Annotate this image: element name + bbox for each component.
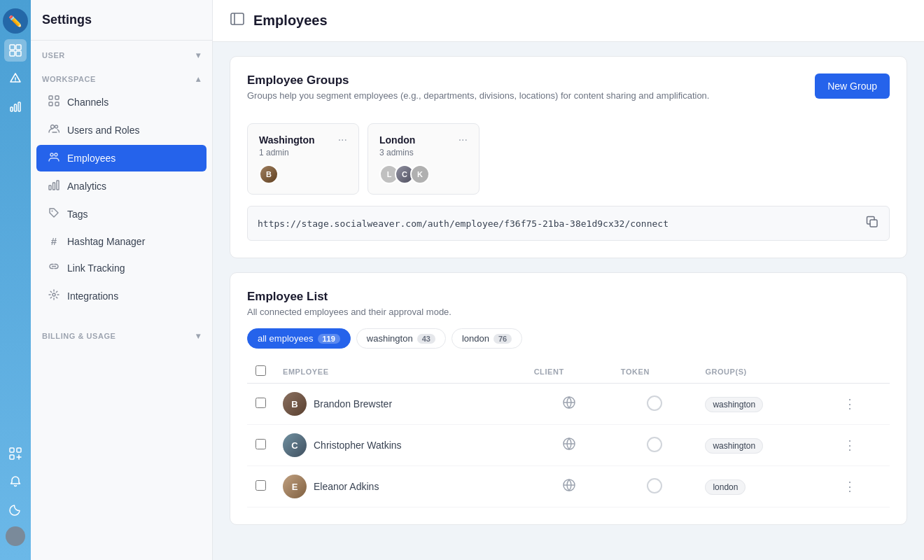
row-checkbox-1[interactable] [255,439,266,449]
employee-icon [48,151,60,165]
table-row: E Eleanor Adkins [247,466,890,507]
chevron-up-icon: ▴ [196,74,201,84]
page-icon [230,11,245,30]
col-groups: GROUP(S) [696,360,835,384]
filter-london[interactable]: london 76 [451,328,522,349]
group-card-washington: Washington ··· 1 admin B [247,123,359,195]
svg-point-19 [55,125,58,128]
svg-rect-24 [57,181,59,190]
page-header: Employees [213,0,924,42]
globe-icon [562,440,576,454]
sidebar-item-link-tracking[interactable]: Link Tracking [36,255,206,281]
row-more-2[interactable]: ⋮ [844,479,856,493]
sidebar-item-employees[interactable]: Employees [36,145,206,172]
row-checkbox-0[interactable] [255,398,266,408]
table-row: B Brandon Brewster [247,384,890,425]
employee-name-cell: E Eleanor Adkins [283,475,517,498]
list-title: Employee List [247,290,890,304]
section-billing[interactable]: BILLING & USAGE ▾ [31,321,212,345]
avatar: B [283,392,307,416]
avatar: B [259,164,279,184]
svg-rect-23 [53,183,55,190]
avatar: C [283,433,307,457]
section-workspace[interactable]: WORKSPACE ▴ [31,64,212,88]
employee-groups-card: Employee Groups Groups help you segment … [230,56,907,258]
svg-rect-0 [10,45,15,50]
sidebar-item-channels[interactable]: Channels [36,89,206,115]
employee-table: EMPLOYEE CLIENT TOKEN GROUP(S) B Brand [247,360,890,507]
sidebar-item-tags[interactable]: Tags [36,201,206,227]
sidebar-item-integrations[interactable]: Integrations [36,283,206,309]
avatar: K [410,164,430,184]
analytics-icon [48,179,60,193]
icon-bar: ✏️ [0,0,31,560]
svg-point-20 [50,153,53,156]
employee-name-cell: B Brandon Brewster [283,392,517,416]
group-badge: london [705,479,746,495]
group-avatars-london: L C K [379,164,468,184]
employee-name: Eleanor Adkins [314,481,379,492]
nav-icon-alert[interactable] [4,67,27,90]
employee-name: Brandon Brewster [314,398,392,410]
group-avatars-washington: B [259,164,347,184]
svg-rect-6 [10,107,13,111]
filter-all[interactable]: all employees 119 [247,328,351,349]
sidebar-item-analytics[interactable]: Analytics [36,173,206,200]
list-desc: All connected employees and their approv… [247,307,890,317]
section-user[interactable]: USER ▾ [31,41,212,64]
chevron-down-icon: ▾ [196,50,201,60]
group-more-washington[interactable]: ··· [338,134,347,146]
svg-rect-16 [49,102,52,106]
svg-rect-8 [18,102,20,111]
svg-point-18 [51,125,55,129]
employee-name: Christopher Watkins [314,440,402,451]
nav-icon-bell[interactable] [4,470,27,493]
sidebar-item-hashtag[interactable]: # Hashtag Manager [36,229,206,253]
nav-icon-moon[interactable] [4,498,27,521]
row-checkbox-2[interactable] [255,480,266,491]
app-logo[interactable]: ✏️ [3,8,28,34]
connect-url-bar: https://stage.socialweaver.com/auth/empl… [247,206,890,241]
svg-point-27 [52,293,55,296]
filter-london-count: 76 [493,334,512,344]
nav-icon-chart[interactable] [4,95,27,118]
row-more-1[interactable]: ⋮ [844,438,856,452]
nav-icon-apps[interactable] [4,442,27,465]
integrations-icon [48,289,60,303]
col-client: CLIENT [526,360,612,384]
group-more-london[interactable]: ··· [458,134,468,146]
token-circle [647,396,662,411]
filter-washington[interactable]: washington 43 [356,328,446,349]
col-employee: EMPLOYEE [274,360,526,384]
page-title: Employees [253,13,328,29]
group-meta-london: 3 admins [379,148,468,158]
token-circle [647,478,662,493]
new-group-button[interactable]: New Group [815,74,890,99]
token-circle [647,437,662,452]
row-more-0[interactable]: ⋮ [844,397,856,411]
svg-point-21 [55,153,57,156]
svg-rect-3 [16,51,21,56]
globe-icon [562,398,576,412]
group-meta-washington: 1 admin [259,148,347,158]
employee-list-card: Employee List All connected employees an… [230,272,907,525]
copy-icon[interactable] [865,215,879,232]
svg-point-25 [52,211,53,212]
users-icon [48,123,60,137]
svg-rect-15 [55,96,59,99]
svg-rect-11 [10,455,14,459]
link-icon [48,261,60,275]
billing-chevron-icon: ▾ [196,331,201,341]
sidebar-item-users-roles[interactable]: Users and Roles [36,117,206,144]
globe-icon [562,481,576,495]
sidebar-title: Settings [31,0,212,41]
groups-desc: Groups help you segment employees (e.g.,… [247,90,709,101]
groups-row: Washington ··· 1 admin B London ··· 3 ad… [247,123,890,195]
group-badge: washington [705,397,763,412]
filter-tabs: all employees 119 washington 43 london 7… [247,328,890,349]
select-all-checkbox[interactable] [255,365,266,376]
nav-icon-grid[interactable] [4,39,27,62]
svg-rect-14 [49,96,52,99]
sidebar: Settings USER ▾ WORKSPACE ▴ Channels [31,0,213,560]
user-avatar[interactable] [6,526,25,546]
